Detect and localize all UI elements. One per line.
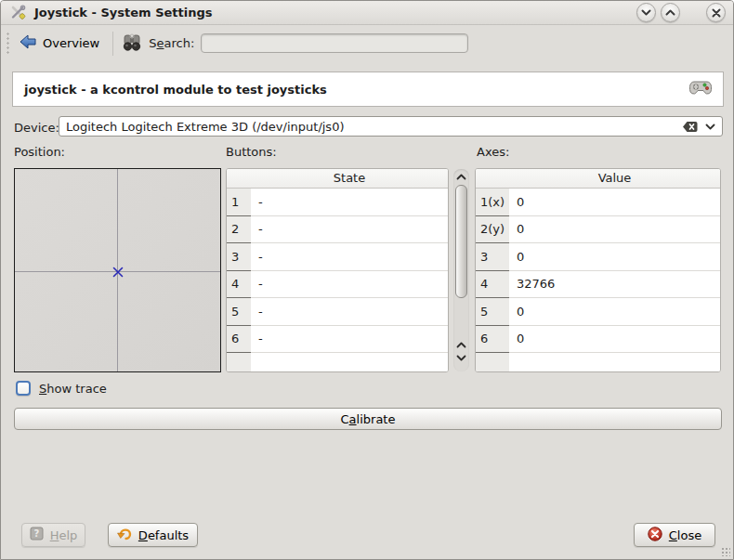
row-number: 4	[476, 271, 509, 299]
axis-value: 0	[509, 189, 720, 216]
button-state: -	[251, 189, 448, 216]
help-button[interactable]: ? Help	[21, 523, 85, 547]
button-state: -	[251, 326, 448, 354]
show-trace-checkbox[interactable]	[16, 381, 31, 396]
device-label: Device:	[14, 121, 59, 135]
row-number: 5	[227, 298, 251, 326]
axes-table-header: Value	[476, 169, 720, 189]
defaults-button[interactable]: Defaults	[108, 523, 198, 547]
buttons-scrollbar[interactable]	[453, 169, 469, 371]
scroll-up-icon[interactable]	[453, 174, 469, 180]
help-label: Help	[50, 528, 78, 542]
row-number: 5	[476, 298, 509, 326]
table-row: 2(y) 0	[476, 216, 720, 244]
button-state: -	[251, 298, 448, 326]
row-number: 1(x)	[476, 189, 509, 216]
button-state: -	[251, 243, 448, 271]
show-trace-label: Show trace	[39, 382, 107, 396]
help-icon: ?	[30, 527, 44, 543]
button-state: -	[251, 216, 448, 244]
search-label: Search:	[149, 36, 194, 50]
table-row: 4 32766	[476, 271, 720, 299]
table-row: 6 -	[227, 326, 448, 354]
system-settings-icon	[10, 5, 26, 20]
row-number: 3	[227, 243, 251, 271]
buttons-table-header: State	[227, 169, 448, 189]
window-close-button[interactable]	[706, 3, 726, 22]
table-row-partial	[476, 353, 720, 371]
shade-button[interactable]	[636, 3, 656, 22]
button-state: -	[251, 271, 448, 299]
row-number: 6	[227, 326, 251, 354]
axis-value: 0	[509, 243, 720, 271]
position-pad	[14, 168, 221, 372]
axis-value: 0	[509, 216, 720, 244]
defaults-label: Defaults	[138, 528, 189, 542]
scroll-up-icon[interactable]	[453, 342, 469, 348]
close-label: Close	[669, 528, 701, 542]
buttons-label: Buttons:	[226, 145, 277, 159]
overview-button[interactable]: Overview	[14, 31, 109, 56]
scroll-down-icon[interactable]	[453, 355, 469, 361]
device-combobox[interactable]: Logitech Logitech Extreme 3D (/dev/input…	[59, 116, 723, 137]
table-row: 3 0	[476, 243, 720, 271]
search-input[interactable]	[201, 33, 468, 53]
svg-text:?: ?	[33, 528, 39, 539]
scrollbar-thumb[interactable]	[455, 185, 467, 298]
row-number: 6	[476, 326, 509, 354]
toolbar-drag-handle[interactable]	[6, 32, 10, 56]
axis-value: 0	[509, 298, 720, 326]
titlebar[interactable]: Joystick - System Settings	[1, 1, 733, 25]
device-selected-value: Logitech Logitech Extreme 3D (/dev/input…	[66, 120, 682, 134]
close-button[interactable]: Close	[634, 523, 715, 547]
row-number: 4	[227, 271, 251, 299]
row-number: 2	[227, 216, 251, 244]
buttons-table: State 1 - 2 - 3 - 4 - 5 - 6 -	[226, 168, 449, 372]
binoculars-icon	[122, 33, 142, 55]
clear-field-icon[interactable]	[682, 121, 698, 133]
close-icon	[648, 527, 662, 544]
table-row: 3 -	[227, 243, 448, 271]
joystick-position-marker	[112, 267, 124, 280]
table-row: 1 -	[227, 189, 448, 216]
table-row: 1(x) 0	[476, 189, 720, 216]
position-label: Position:	[14, 145, 65, 159]
row-number: 1	[227, 189, 251, 216]
maximize-button[interactable]	[661, 3, 680, 22]
show-trace-row: Show trace	[16, 381, 107, 396]
table-row: 6 0	[476, 326, 720, 354]
resize-grip[interactable]	[721, 547, 730, 556]
axis-value: 0	[509, 326, 720, 354]
module-title: joystick - a kcontrol module to test joy…	[24, 83, 689, 97]
toolbar-separator	[112, 32, 113, 56]
axes-label: Axes:	[477, 145, 509, 159]
axis-value: 32766	[509, 271, 720, 299]
combobox-dropdown-icon[interactable]	[705, 124, 715, 130]
back-arrow-icon	[20, 34, 36, 52]
calibrate-button[interactable]: Calibrate	[14, 408, 722, 430]
system-settings-window: Joystick - System Settings Overview	[0, 0, 734, 560]
toolbar: Overview Search:	[1, 26, 733, 60]
table-row: 5 0	[476, 298, 720, 326]
axes-table: Value 1(x) 0 2(y) 0 3 0 4 32766 5 0 6 0	[475, 168, 721, 372]
undo-icon	[117, 527, 132, 543]
table-row: 4 -	[227, 271, 448, 299]
gamepad-icon	[689, 80, 712, 98]
window-title: Joystick - System Settings	[34, 6, 636, 20]
overview-label: Overview	[43, 36, 99, 50]
table-row-partial	[227, 353, 448, 371]
table-row: 2 -	[227, 216, 448, 244]
table-row: 5 -	[227, 298, 448, 326]
module-header: joystick - a kcontrol module to test joy…	[12, 72, 724, 107]
row-number: 3	[476, 243, 509, 271]
row-number: 2(y)	[476, 216, 509, 244]
